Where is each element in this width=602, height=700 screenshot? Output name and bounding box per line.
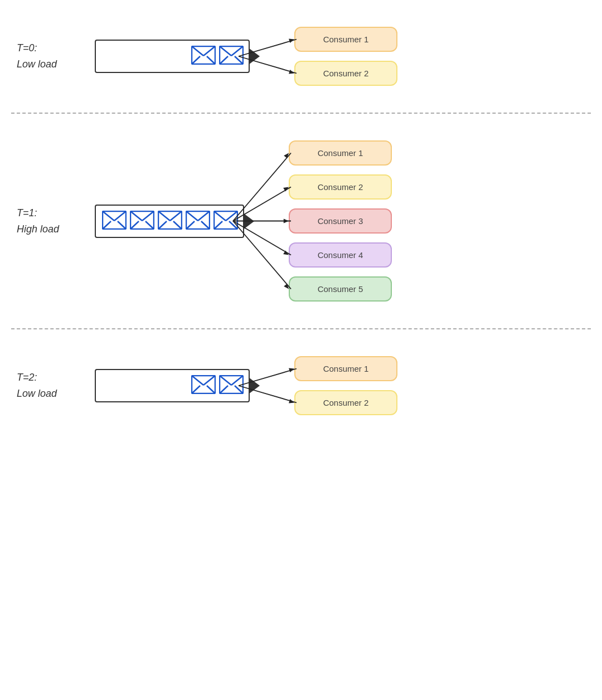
consumer-label: Consumer 2 [318,182,363,192]
consumer-label: Consumer 1 [318,148,363,158]
consumer-box: Consumer 2 [289,174,392,200]
consumer-box: Consumer 1 [294,356,397,381]
envelope-icon [100,209,128,234]
consumers-t1: Consumer 1Consumer 2Consumer 3Consumer 4… [289,136,392,306]
queue-box [95,40,250,73]
section-label-t1: T=1:High load [0,205,95,237]
envelope-icon [217,373,245,398]
consumer-label: Consumer 1 [323,35,369,44]
consumer-label: Consumer 3 [318,216,363,226]
section-t0: T=0:Low load Consumer 1Consumer 2 [0,0,602,113]
consumers-t2: Consumer 1Consumer 2 [294,352,397,420]
consumer-box: Consumer 2 [294,61,397,86]
section-t2: T=2:Low load Consumer 1Consumer 2 [0,329,602,442]
consumer-box: Consumer 1 [294,27,397,52]
consumer-label: Consumer 4 [318,250,363,260]
label-line2: High load [17,223,59,235]
envelope-icon [212,209,240,234]
envelope-icon [190,44,217,69]
envelope-icon [217,44,245,69]
consumer-label: Consumer 2 [323,398,369,407]
envelope-icon [128,209,156,234]
section-label-t2: T=2:Low load [0,370,95,402]
label-line2: Low load [17,388,57,399]
queue-arrow [249,377,260,394]
consumer-box: Consumer 2 [294,390,397,415]
queue-box [95,369,250,402]
label-line2: Low load [17,59,57,70]
consumer-box: Consumer 3 [289,208,392,234]
label-line1: T=1: [17,207,37,218]
section-t1: T=1:High load Consumer 1Consumer 2Consum… [0,114,602,328]
queue-t1 [95,205,244,238]
consumers-t0: Consumer 1Consumer 2 [294,22,397,90]
consumer-label: Consumer 1 [323,364,369,373]
label-line1: T=2: [17,372,37,383]
consumer-label: Consumer 2 [323,69,369,78]
envelope-icon [184,209,212,234]
section-label-t0: T=0:Low load [0,40,95,72]
queue-arrow [243,213,254,230]
consumer-box: Consumer 4 [289,242,392,268]
consumer-label: Consumer 5 [318,284,363,294]
queue-box [95,205,244,238]
queue-t0 [95,40,250,73]
envelope-icon [190,373,217,398]
queue-t2 [95,369,250,402]
consumer-box: Consumer 5 [289,276,392,302]
label-line1: T=0: [17,42,37,54]
envelope-icon [156,209,184,234]
queue-arrow [249,48,260,65]
consumer-box: Consumer 1 [289,140,392,166]
